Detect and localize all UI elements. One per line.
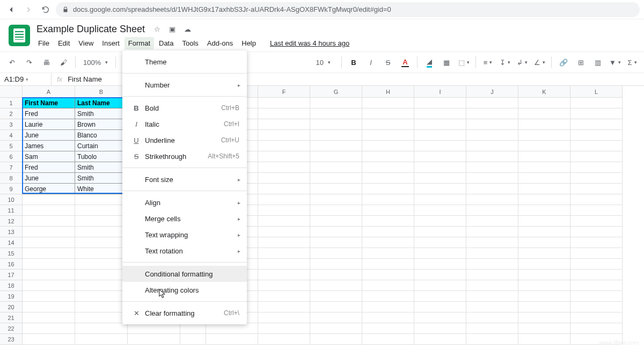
cell[interactable]: [518, 173, 570, 184]
cell[interactable]: [180, 334, 206, 345]
cell[interactable]: [362, 151, 414, 162]
cell[interactable]: [466, 141, 518, 151]
row-header[interactable]: 2: [0, 108, 23, 119]
cell[interactable]: [310, 237, 362, 248]
cell[interactable]: [180, 323, 206, 334]
cell[interactable]: [414, 184, 466, 194]
cell[interactable]: [258, 162, 310, 173]
cell[interactable]: [466, 334, 518, 345]
cell[interactable]: [23, 259, 75, 270]
row-header[interactable]: 15: [0, 248, 23, 259]
cell[interactable]: [23, 270, 75, 280]
forward-button[interactable]: [21, 3, 35, 17]
cell[interactable]: [75, 216, 128, 227]
cell[interactable]: [310, 151, 362, 162]
row-header[interactable]: 17: [0, 270, 23, 280]
cell[interactable]: [75, 323, 128, 334]
cell[interactable]: George: [23, 184, 75, 194]
column-header[interactable]: I: [414, 86, 466, 98]
cell[interactable]: Tubolo: [75, 151, 128, 162]
cell[interactable]: [75, 205, 128, 216]
cell[interactable]: [258, 173, 310, 184]
cell[interactable]: [23, 323, 75, 334]
cell[interactable]: [518, 98, 570, 108]
cell[interactable]: White: [75, 184, 128, 194]
reload-button[interactable]: [39, 3, 53, 17]
cell[interactable]: [258, 259, 310, 270]
cell[interactable]: [518, 205, 570, 216]
chart-button[interactable]: ▥: [590, 55, 605, 70]
row-header[interactable]: 13: [0, 227, 23, 237]
cell[interactable]: [414, 151, 466, 162]
cell[interactable]: Smith: [75, 162, 128, 173]
cell[interactable]: [466, 184, 518, 194]
cell[interactable]: [414, 141, 466, 151]
row-header[interactable]: 7: [0, 162, 23, 173]
menu-item-align[interactable]: Align: [122, 194, 247, 210]
cell[interactable]: [310, 205, 362, 216]
italic-button[interactable]: I: [363, 55, 378, 70]
cell[interactable]: [258, 130, 310, 141]
cell[interactable]: [258, 302, 310, 312]
cell[interactable]: [518, 302, 570, 312]
cell[interactable]: [310, 302, 362, 312]
cell[interactable]: [310, 184, 362, 194]
cell[interactable]: [414, 323, 466, 334]
halign-button[interactable]: ≡: [480, 55, 495, 70]
cell[interactable]: Blanco: [75, 130, 128, 141]
cell[interactable]: [466, 108, 518, 119]
cell[interactable]: [414, 259, 466, 270]
cell[interactable]: Sam: [23, 151, 75, 162]
cell[interactable]: [466, 227, 518, 237]
cell[interactable]: [258, 151, 310, 162]
cell[interactable]: June: [23, 173, 75, 184]
cell[interactable]: [23, 302, 75, 312]
cell[interactable]: [23, 237, 75, 248]
cell[interactable]: [75, 302, 128, 312]
row-header[interactable]: 8: [0, 173, 23, 184]
menu-item-clear-formatting[interactable]: ✕Clear formattingCtrl+\: [122, 305, 247, 321]
cell[interactable]: [570, 173, 623, 184]
cell[interactable]: [258, 291, 310, 302]
cell[interactable]: [23, 194, 75, 205]
cloud-status-icon[interactable]: ☁: [182, 25, 192, 34]
functions-button[interactable]: Σ: [625, 55, 640, 70]
cell[interactable]: [466, 259, 518, 270]
cell[interactable]: June: [23, 130, 75, 141]
cell[interactable]: [75, 291, 128, 302]
cell[interactable]: [362, 270, 414, 280]
cell[interactable]: Curtain: [75, 141, 128, 151]
cell[interactable]: [310, 108, 362, 119]
cell[interactable]: [75, 248, 128, 259]
cell[interactable]: [570, 119, 623, 130]
cell[interactable]: [23, 216, 75, 227]
cell[interactable]: [414, 216, 466, 227]
cell[interactable]: [518, 130, 570, 141]
cell[interactable]: [518, 216, 570, 227]
row-header[interactable]: 20: [0, 302, 23, 312]
cell[interactable]: [362, 173, 414, 184]
menu-addons[interactable]: Add-ons: [203, 37, 237, 49]
cell[interactable]: [518, 270, 570, 280]
cell[interactable]: [518, 194, 570, 205]
cell[interactable]: Smith: [75, 108, 128, 119]
cell[interactable]: [570, 194, 623, 205]
cell[interactable]: [310, 323, 362, 334]
cell[interactable]: [75, 259, 128, 270]
cell[interactable]: [75, 280, 128, 291]
cell[interactable]: [414, 280, 466, 291]
cell[interactable]: [518, 312, 570, 323]
cell[interactable]: [570, 227, 623, 237]
cell[interactable]: [414, 130, 466, 141]
cell[interactable]: [258, 119, 310, 130]
column-header[interactable]: K: [518, 86, 570, 98]
cell[interactable]: [570, 291, 623, 302]
cell[interactable]: [466, 248, 518, 259]
zoom-select[interactable]: 100%: [80, 59, 111, 67]
cell[interactable]: [414, 302, 466, 312]
cell[interactable]: [518, 141, 570, 151]
formula-input[interactable]: First Name: [68, 75, 102, 83]
column-header[interactable]: J: [466, 86, 518, 98]
cell[interactable]: Brown: [75, 119, 128, 130]
borders-button[interactable]: ▦: [439, 55, 454, 70]
